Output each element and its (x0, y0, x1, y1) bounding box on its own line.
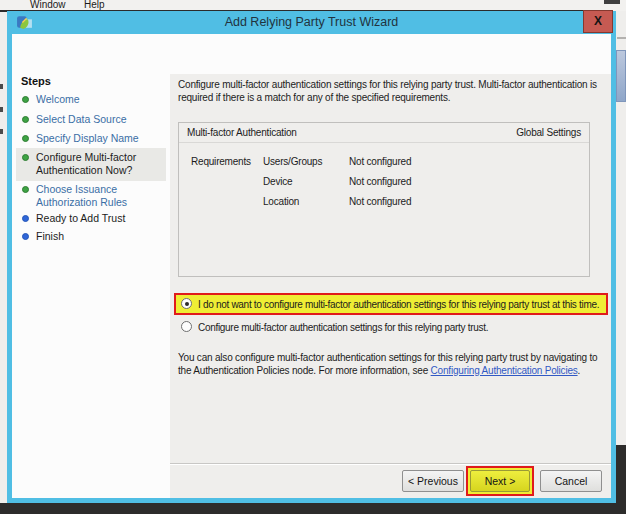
previous-button[interactable]: < Previous (402, 470, 464, 492)
table-header-row: Multi-factor Authentication Global Setti… (179, 123, 589, 143)
annotation-highlight-option: I do not want to configure multi-factor … (174, 293, 608, 315)
radio-configure-mfa-label[interactable]: Configure multi-factor authentication se… (198, 322, 488, 333)
next-button[interactable]: Next > (470, 470, 530, 492)
radio-selected-dot (185, 302, 189, 306)
sidebar-item-ready-to-add-trust: Ready to Add Trust (22, 212, 168, 225)
step-status-icon (22, 154, 29, 161)
sidebar-item-label: Ready to Add Trust (36, 212, 168, 225)
table-global-settings-header: Global Settings (516, 127, 581, 138)
table-cell-value: Not configured (349, 196, 411, 209)
table-title: Multi-factor Authentication (187, 127, 297, 138)
sidebar-item-label: Finish (36, 230, 168, 243)
menu-item-window[interactable]: Window (30, 0, 66, 10)
background-tick (0, 84, 3, 89)
button-bar-separator (170, 463, 611, 465)
sidebar-item-configure-mfa[interactable]: Configure Multi-factor Authentication No… (22, 151, 168, 176)
title-bar[interactable]: Add Relying Party Trust Wizard X (7, 11, 616, 34)
sidebar-item-label: Specify Display Name (36, 132, 168, 145)
background-divider (617, 37, 626, 39)
table-cell-name: Location (263, 196, 299, 209)
window-title: Add Relying Party Trust Wizard (7, 15, 616, 29)
background-tick (0, 107, 3, 112)
step-status-icon (22, 96, 29, 103)
annotation-highlight-next: Next > (466, 466, 534, 496)
intro-text: Configure multi-factor authentication se… (178, 79, 604, 104)
scrollbar-thumb[interactable] (616, 50, 626, 102)
sidebar-item-specify-display-name[interactable]: Specify Display Name (22, 132, 168, 145)
sidebar-item-welcome[interactable]: Welcome (22, 93, 168, 106)
step-status-icon (22, 215, 29, 222)
table-cell-value: Not configured (349, 156, 411, 169)
sidebar-item-select-data-source[interactable]: Select Data Source (22, 113, 168, 126)
mfa-settings-table: Multi-factor Authentication Global Setti… (178, 122, 590, 277)
sidebar-item-finish: Finish (22, 230, 168, 243)
menu-item-help[interactable]: Help (84, 0, 105, 10)
step-status-icon (22, 233, 29, 240)
sidebar-item-choose-issuance-rules[interactable]: Choose Issuance Authorization Rules (22, 183, 168, 208)
steps-header: Steps (21, 75, 51, 87)
radio-configure-mfa[interactable] (181, 321, 192, 332)
sidebar-item-label: Configure Multi-factor Authentication No… (36, 151, 168, 176)
step-status-icon (22, 116, 29, 123)
step-status-icon (22, 186, 29, 193)
table-cell-name: Device (263, 176, 292, 189)
wizard-dialog: Add Relying Party Trust Wizard X Steps W… (7, 11, 616, 503)
close-button[interactable]: X (583, 10, 613, 33)
sidebar-item-label: Welcome (36, 93, 168, 106)
dialog-body: Steps Welcome Select Data Source Specify… (12, 34, 611, 498)
table-group-label: Requirements (191, 156, 251, 169)
configuring-auth-policies-link[interactable]: Configuring Authentication Policies (431, 365, 578, 376)
steps-sidebar: Steps Welcome Select Data Source Specify… (12, 74, 170, 498)
table-cell-value: Not configured (349, 176, 411, 189)
step-content: Configure multi-factor authentication se… (170, 74, 611, 498)
background-window-edge (604, 0, 620, 4)
step-status-icon (22, 135, 29, 142)
sidebar-item-label: Select Data Source (36, 113, 168, 126)
sidebar-item-label: Choose Issuance Authorization Rules (36, 183, 168, 208)
radio-no-mfa[interactable] (181, 298, 192, 309)
screen: Window Help Add Relying Party Trust Wiza… (0, 0, 626, 514)
desktop-strip (0, 503, 626, 514)
footer-note: You can also configure multi-factor auth… (178, 352, 606, 377)
table-cell-name: Users/Groups (263, 156, 322, 169)
background-tick (0, 129, 3, 134)
radio-no-mfa-label[interactable]: I do not want to configure multi-factor … (198, 299, 599, 310)
footer-text-after: . (578, 365, 581, 376)
cancel-button[interactable]: Cancel (540, 470, 602, 492)
